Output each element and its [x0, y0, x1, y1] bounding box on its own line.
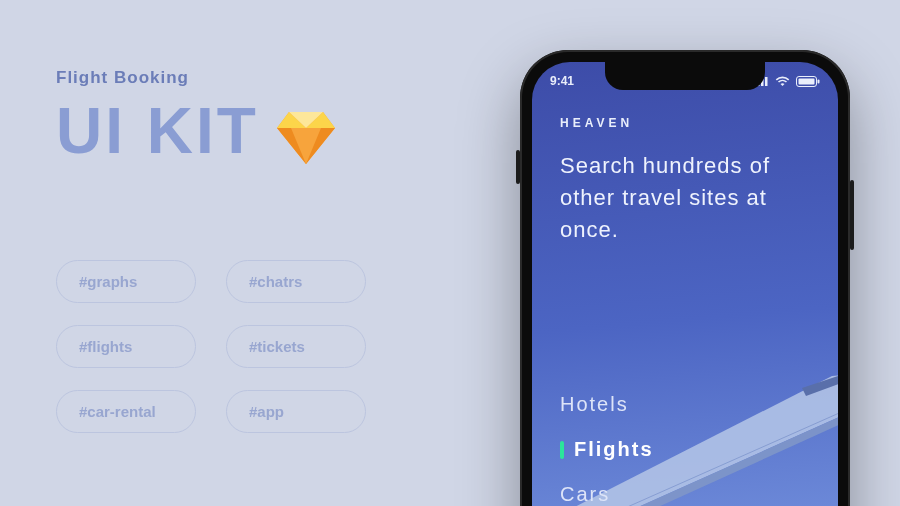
battery-icon: [796, 76, 820, 87]
promo-title: UI KIT: [56, 94, 259, 168]
tag-graphs[interactable]: #graphs: [56, 260, 196, 303]
phone-frame: 9:41: [520, 50, 850, 506]
category-list: Hotels Flights Cars: [560, 393, 654, 506]
tag-row: #flights #tickets: [56, 325, 456, 368]
sketch-icon: [277, 105, 335, 157]
phone-screen: 9:41: [532, 62, 838, 506]
tag-car-rental[interactable]: #car-rental: [56, 390, 196, 433]
tag-chatrs[interactable]: #chatrs: [226, 260, 366, 303]
category-label: Flights: [574, 438, 654, 461]
promo-subtitle: Flight Booking: [56, 68, 456, 88]
tag-row: #graphs #chatrs: [56, 260, 456, 303]
wifi-icon: [775, 76, 790, 87]
category-label: Cars: [560, 483, 610, 506]
status-time: 9:41: [550, 74, 574, 88]
tag-grid: #graphs #chatrs #flights #tickets #car-r…: [56, 260, 456, 455]
svg-rect-12: [799, 78, 815, 84]
tag-flights[interactable]: #flights: [56, 325, 196, 368]
phone-notch: [605, 62, 765, 90]
tag-row: #car-rental #app: [56, 390, 456, 433]
promo-heading-block: Flight Booking UI KIT: [56, 68, 456, 168]
category-label: Hotels: [560, 393, 629, 416]
active-marker-icon: [560, 441, 564, 459]
tag-app[interactable]: #app: [226, 390, 366, 433]
app-brand: HEAVEN: [560, 116, 810, 130]
svg-rect-13: [818, 79, 820, 83]
category-cars[interactable]: Cars: [560, 483, 654, 506]
svg-rect-10: [765, 77, 768, 86]
tag-tickets[interactable]: #tickets: [226, 325, 366, 368]
category-flights[interactable]: Flights: [560, 438, 654, 461]
app-headline: Search hundreds of other travel sites at…: [560, 150, 810, 246]
category-hotels[interactable]: Hotels: [560, 393, 654, 416]
promo-title-row: UI KIT: [56, 94, 456, 168]
